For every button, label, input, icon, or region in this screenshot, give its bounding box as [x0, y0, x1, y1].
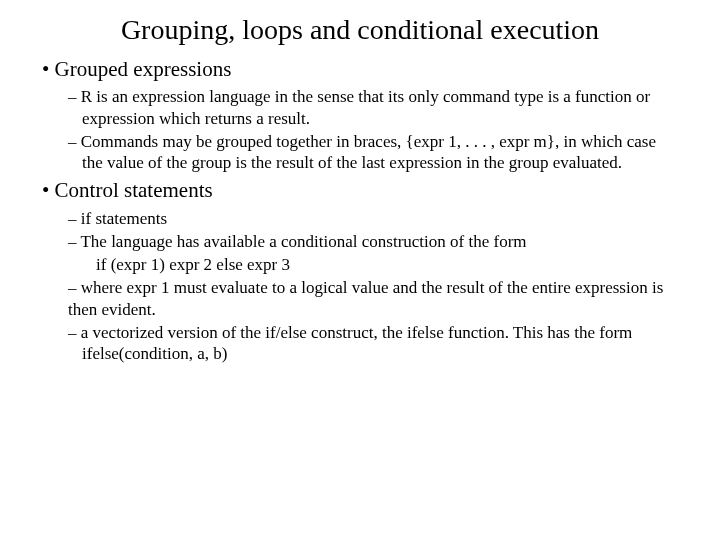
sub-bullet: R is an expression language in the sense… [40, 86, 680, 129]
sub-bullet: if statements [40, 208, 680, 229]
sub-bullet-continuation: where expr 1 must evaluate to a logical … [40, 277, 680, 320]
slide: Grouping, loops and conditional executio… [0, 0, 720, 540]
code-text: if (expr 1) expr 2 else expr 3 [96, 255, 290, 274]
sub-bullet: The language has available a conditional… [40, 231, 680, 252]
sub-bullet: Commands may be grouped together in brac… [40, 131, 680, 174]
code-line: if (expr 1) expr 2 else expr 3 [40, 254, 680, 275]
sub-bullet-text: where expr 1 must evaluate to a logical … [68, 278, 663, 318]
sub-bullet-text: a vectorized version of the if/else cons… [81, 323, 633, 363]
sub-bullet-text: Commands may be grouped together in brac… [81, 132, 656, 172]
bullet-control-statements: Control statements [40, 177, 680, 203]
sub-bullet-text: R is an expression language in the sense… [81, 87, 650, 127]
sub-bullet: a vectorized version of the if/else cons… [40, 322, 680, 365]
bullet-label: Grouped expressions [55, 57, 232, 81]
slide-title: Grouping, loops and conditional executio… [40, 14, 680, 46]
bullet-label: Control statements [55, 178, 213, 202]
sub-bullet-text: The language has available a conditional… [80, 232, 526, 251]
bullet-grouped-expressions: Grouped expressions [40, 56, 680, 82]
sub-bullet-text: if statements [81, 209, 167, 228]
